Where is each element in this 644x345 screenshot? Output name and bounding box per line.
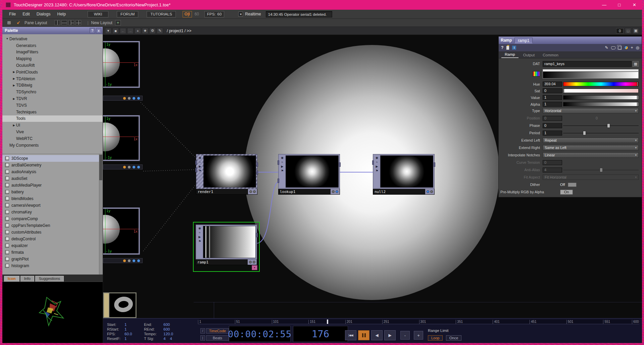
node-clamp-icon[interactable]: ≈	[199, 231, 201, 234]
node-clamp-icon[interactable]: ≈	[376, 160, 378, 164]
palette-scrollbar-thumb[interactable]	[99, 155, 102, 180]
chevron-down-icon[interactable]: ▾	[635, 139, 637, 142]
node-lookup1[interactable]: ◉ ≈ ▶ ⚑ lookup1	[278, 154, 340, 195]
loop-button[interactable]: Loop	[428, 335, 443, 341]
decrement-frame-button[interactable]: -	[400, 331, 410, 340]
language-icon[interactable]	[624, 46, 628, 50]
palette-tree-item-tdvr[interactable]: ▶TDVR	[2, 95, 103, 102]
star-icon[interactable]: ★	[142, 28, 148, 34]
back-arrow-icon[interactable]: ←	[120, 28, 126, 34]
layout-preset-split-horizontal[interactable]	[61, 20, 67, 25]
timeline-ruler[interactable]: 151101151201251301351401451501551600	[198, 319, 639, 324]
palette-scrollbar[interactable]	[99, 154, 103, 275]
info-icon[interactable]: i	[512, 46, 516, 50]
node-clamp-icon[interactable]: ≈	[282, 160, 283, 164]
palette-tree-item-techniques[interactable]: Techniques	[2, 109, 103, 115]
palette-tree-item-tdsynchro[interactable]: TDSynchro	[2, 89, 103, 95]
output-connector[interactable]	[256, 162, 258, 167]
node-flag-icon[interactable]: ⚑	[198, 240, 201, 243]
geometry-viewer-node[interactable]: 1y z 1x -1y	[103, 207, 140, 255]
param-value-slider[interactable]	[563, 95, 639, 100]
jump-to-start-button[interactable]: |◀◀	[345, 330, 356, 340]
timeline-field-value[interactable]: 600	[163, 327, 190, 331]
close-button[interactable]: ✕	[627, 0, 642, 10]
palette-tree-item-my-components[interactable]: My Components	[2, 142, 103, 149]
param-value-field[interactable]: 1	[543, 102, 562, 107]
param-alpha-slider[interactable]	[563, 102, 639, 106]
node-bypass-icon[interactable]: ▶	[199, 165, 201, 168]
minimize-button[interactable]: —	[597, 0, 612, 10]
add-parameter-icon[interactable]: +	[631, 46, 633, 50]
layout-preset-split-vertical[interactable]	[54, 20, 60, 25]
timecode-button[interactable]: TimeCode	[206, 328, 229, 334]
timeline-field-value[interactable]: 4 4	[163, 337, 190, 341]
palette-tree-item-ui[interactable]: ▶UI	[2, 122, 103, 129]
slider-marker[interactable]	[637, 102, 638, 107]
palette-component-equalizer[interactable]: equalizer	[2, 242, 99, 249]
display-flag-dot[interactable]	[253, 261, 255, 263]
chip-blue[interactable]	[137, 259, 140, 262]
node-null2[interactable]: ◉ ≈ ▶ ⚑ null2	[373, 154, 435, 195]
layout-preset-grid[interactable]	[76, 20, 81, 25]
beats-button[interactable]: Beats	[206, 335, 229, 341]
timeline-field-value[interactable]: 1	[125, 327, 144, 331]
palette-component-chromakey[interactable]: chromaKey	[2, 209, 99, 215]
palette-component-automediaplayer[interactable]: autoMediaPlayer	[2, 182, 99, 189]
param-type-dropdown[interactable]: Horizontal▾	[543, 108, 639, 113]
gear-icon[interactable]: ⚙	[149, 28, 156, 34]
dock-arrow-icon[interactable]: ↙	[15, 20, 22, 25]
chevron-down-icon[interactable]: ▾	[635, 109, 637, 112]
palette-tree-item-tdvs[interactable]: TDVS	[2, 102, 103, 109]
palette-component-battery[interactable]: battery	[2, 189, 99, 195]
palette-help-button[interactable]: ?	[90, 28, 95, 33]
node-viewer-flag-icon[interactable]: ◉	[376, 156, 378, 159]
slider-marker[interactable]	[637, 95, 638, 100]
palette-tree-item-webrtc[interactable]: WebRTC	[2, 135, 103, 142]
color-ramp-icon[interactable]	[533, 71, 540, 77]
chip-gray[interactable]	[128, 259, 131, 262]
palette-component-cppparstemplategen[interactable]: cppParsTemplateGen	[2, 222, 99, 229]
maximize-button[interactable]: □	[612, 0, 627, 10]
chip-blue[interactable]	[137, 97, 140, 100]
palette-tree-item-tdableton[interactable]: ▶TDAbleton	[2, 76, 103, 82]
viewer-flag-dot[interactable]	[249, 190, 252, 193]
timeline-field-value[interactable]: 120.0	[163, 332, 190, 336]
param-tab-common[interactable]: Common	[539, 52, 562, 58]
input-connector[interactable]	[278, 160, 279, 165]
chevron-down-icon[interactable]: ▾	[635, 153, 637, 157]
node-bypass-icon[interactable]: ▶	[376, 165, 378, 168]
chevron-right-icon[interactable]: ▶	[12, 70, 16, 73]
dat-table-icon[interactable]: ▦	[633, 61, 639, 67]
timeline-field-value[interactable]: 600	[163, 323, 190, 327]
chevron-right-icon[interactable]: ▶	[12, 97, 16, 100]
chevron-right-icon[interactable]: ▶	[12, 84, 16, 87]
split-view-icon[interactable]: ▣	[633, 28, 639, 34]
chip-blue[interactable]	[133, 259, 135, 262]
menubar-button-wiki[interactable]: WIKI	[88, 11, 108, 17]
play-reverse-button[interactable]: ◀	[371, 330, 383, 340]
slider-handle[interactable]	[583, 131, 586, 135]
ramp-gradient-preview[interactable]	[543, 69, 639, 79]
breadcrumb[interactable]: / project1 / >>	[167, 29, 191, 33]
node-viewer-flag-icon[interactable]: ◉	[199, 156, 201, 159]
torus-viewer-node[interactable]	[103, 292, 137, 318]
input-connector[interactable]	[372, 160, 374, 165]
display-flag-dot[interactable]	[336, 190, 338, 193]
chevron-down-icon[interactable]: ▾	[635, 146, 637, 149]
param-tab-output[interactable]: Output	[520, 52, 538, 58]
node-tag-button[interactable]: ▾	[252, 265, 257, 270]
chip-orange[interactable]	[123, 97, 126, 100]
node-bypass-icon[interactable]: ▶	[199, 235, 201, 239]
timeline-field-value[interactable]: 60.0	[125, 332, 144, 336]
node-bypass-icon[interactable]: ▶	[281, 165, 284, 168]
node-flag-icon[interactable]: ⚑	[199, 169, 201, 172]
output-connector[interactable]	[434, 162, 435, 167]
menu-edit[interactable]: Edit	[19, 10, 33, 18]
chip-orange[interactable]	[123, 166, 126, 168]
parameter-chip-row[interactable]	[103, 258, 143, 263]
help-icon[interactable]: ?	[501, 46, 503, 50]
param-extend-right-dropdown[interactable]: Same as Left▾	[543, 145, 639, 150]
node-flag-icon[interactable]: ⚑	[281, 169, 284, 172]
geometry-viewer-node[interactable]: 1y z 1x -1y	[103, 41, 140, 88]
slider-marker[interactable]	[563, 88, 564, 93]
